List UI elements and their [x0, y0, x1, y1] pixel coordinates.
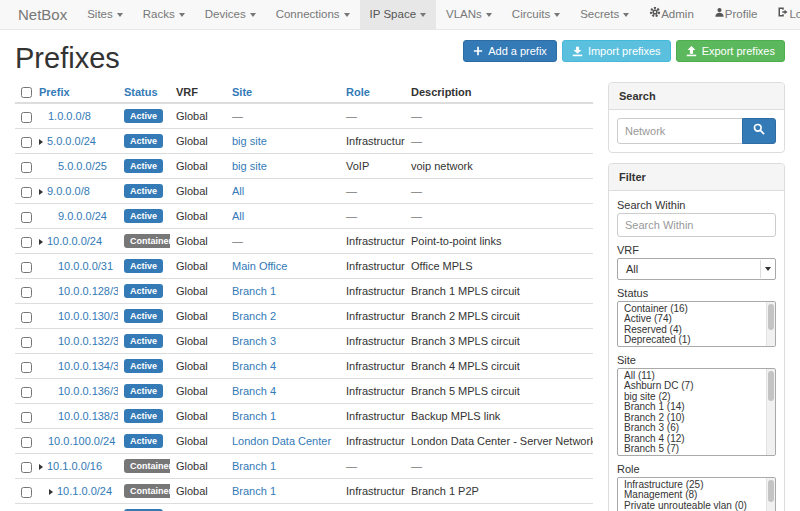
caret-right-icon[interactable] [39, 139, 43, 145]
prefix-link[interactable]: 10.0.0.136/31 [58, 385, 118, 397]
brand-logo[interactable]: NetBox [8, 0, 77, 29]
site-link[interactable]: Branch 1 [232, 460, 276, 472]
prefix-link[interactable]: 5.0.0.0/25 [58, 160, 107, 172]
caret-right-icon[interactable] [39, 189, 43, 195]
nav-link[interactable]: Circuits [502, 0, 570, 29]
site-link[interactable]: Branch 2 [232, 310, 276, 322]
caret-right-icon[interactable] [49, 489, 53, 495]
export-prefixes-button[interactable]: Export prefixes [676, 40, 785, 62]
multiselect-option[interactable]: Management (8) [622, 490, 765, 501]
prefix-link[interactable]: 10.0.0.130/31 [58, 310, 118, 322]
nav-link[interactable]: Sites [77, 0, 133, 29]
vrf-select[interactable]: All [617, 258, 776, 280]
scrollbar-track[interactable] [766, 369, 775, 455]
nav-link[interactable]: Secrets [570, 0, 639, 29]
multiselect-option[interactable]: Infrastructure (25) [622, 480, 765, 491]
column-header-role[interactable]: Role [340, 82, 405, 104]
prefix-link[interactable]: 5.0.0.0/24 [47, 135, 96, 147]
row-checkbox[interactable] [21, 337, 32, 348]
multiselect-option[interactable]: Reserved (4) [622, 325, 765, 336]
site-link[interactable]: big site [232, 160, 267, 172]
sort-link[interactable]: Role [346, 86, 370, 98]
multiselect-option[interactable]: Branch 3 (6) [622, 423, 765, 434]
nav-link[interactable]: Racks [133, 0, 195, 29]
nav-link[interactable]: Devices [195, 0, 266, 29]
row-checkbox[interactable] [21, 162, 32, 173]
multiselect-option[interactable]: Branch 2 (10) [622, 413, 765, 424]
prefix-link[interactable]: 10.0.0.134/31 [58, 360, 118, 372]
prefix-link[interactable]: 10.0.0.0/24 [47, 235, 102, 247]
scrollbar-thumb[interactable] [768, 480, 774, 502]
multiselect-option[interactable]: Private unrouteable vlan (0) [622, 501, 765, 511]
nav-link[interactable]: VLANs [436, 0, 502, 29]
status-multiselect[interactable]: Container (16)Active (74)Reserved (4)Dep… [617, 301, 776, 347]
multiselect-option[interactable]: Container (16) [622, 304, 765, 315]
multiselect-option[interactable]: Ashburn DC (7) [622, 381, 765, 392]
site-link[interactable]: Branch 1 [232, 485, 276, 497]
prefix-link[interactable]: 10.1.0.0/16 [47, 460, 102, 472]
multiselect-option[interactable]: All (11) [622, 371, 765, 382]
row-checkbox[interactable] [21, 312, 32, 323]
scrollbar-track[interactable] [766, 478, 775, 511]
row-checkbox[interactable] [21, 137, 32, 148]
prefix-link[interactable]: 9.0.0.0/24 [58, 210, 107, 222]
search-input[interactable] [617, 118, 743, 144]
site-link[interactable]: Branch 1 [232, 410, 276, 422]
prefix-link[interactable]: 10.1.0.0/24 [57, 485, 112, 497]
search-button[interactable] [742, 118, 776, 144]
row-checkbox[interactable] [21, 112, 32, 123]
row-checkbox[interactable] [21, 212, 32, 223]
prefix-link[interactable]: 10.0.0.128/31 [58, 285, 118, 297]
column-header-status[interactable]: Status [118, 82, 170, 104]
multiselect-option[interactable]: Branch 5 (7) [622, 444, 765, 455]
scrollbar-track[interactable] [766, 302, 775, 346]
row-checkbox[interactable] [21, 287, 32, 298]
multiselect-option[interactable]: big site (2) [622, 392, 765, 403]
row-checkbox[interactable] [21, 387, 32, 398]
site-link[interactable]: Branch 3 [232, 335, 276, 347]
multiselect-option[interactable]: COLO-1-24 (3) [622, 455, 765, 456]
user-nav-link[interactable]: Log out [767, 0, 800, 29]
user-nav-link[interactable]: Profile [704, 0, 768, 29]
sort-link[interactable]: Site [232, 86, 252, 98]
site-link[interactable]: Branch 4 [232, 360, 276, 372]
import-prefixes-button[interactable]: Import prefixes [562, 40, 671, 62]
site-link[interactable]: big site [232, 135, 267, 147]
nav-link[interactable]: IP Space [360, 0, 436, 29]
row-checkbox[interactable] [21, 487, 32, 498]
caret-right-icon[interactable] [39, 239, 43, 245]
row-checkbox[interactable] [21, 437, 32, 448]
site-link[interactable]: Main Office [232, 260, 287, 272]
caret-right-icon[interactable] [39, 464, 43, 470]
multiselect-option[interactable]: Deprecated (1) [622, 335, 765, 346]
prefix-link[interactable]: 10.0.0.132/31 [58, 335, 118, 347]
row-checkbox[interactable] [21, 187, 32, 198]
add-a-prefix-button[interactable]: Add a prefix [463, 40, 557, 62]
multiselect-option[interactable]: Branch 1 (14) [622, 402, 765, 413]
role-multiselect[interactable]: Infrastructure (25)Management (8)Private… [617, 477, 776, 511]
sort-link[interactable]: Prefix [39, 86, 70, 98]
row-checkbox[interactable] [21, 462, 32, 473]
scrollbar-thumb[interactable] [768, 304, 774, 330]
row-checkbox[interactable] [21, 237, 32, 248]
scrollbar-thumb[interactable] [768, 371, 774, 401]
column-header-site[interactable]: Site [226, 82, 340, 104]
prefix-link[interactable]: 10.0.0.138/31 [58, 410, 118, 422]
site-link[interactable]: All [232, 210, 244, 222]
site-link[interactable]: Branch 1 [232, 285, 276, 297]
site-link[interactable]: London Data Center [232, 435, 331, 447]
sort-link[interactable]: Status [124, 86, 158, 98]
row-checkbox[interactable] [21, 412, 32, 423]
select-all-checkbox[interactable] [21, 87, 32, 98]
search-within-input[interactable] [617, 213, 776, 237]
site-link[interactable]: All [232, 185, 244, 197]
nav-link[interactable]: Connections [266, 0, 360, 29]
prefix-link[interactable]: 10.0.100.0/24 [48, 435, 115, 447]
prefix-link[interactable]: 10.0.0.0/31 [58, 260, 113, 272]
site-multiselect[interactable]: All (11)Ashburn DC (7)big site (2)Branch… [617, 368, 776, 456]
site-link[interactable]: Branch 4 [232, 385, 276, 397]
prefix-link[interactable]: 1.0.0.0/8 [48, 110, 91, 122]
column-header-prefix[interactable]: Prefix [33, 82, 118, 104]
user-nav-link[interactable]: Admin [639, 0, 704, 29]
multiselect-option[interactable]: Active (74) [622, 314, 765, 325]
